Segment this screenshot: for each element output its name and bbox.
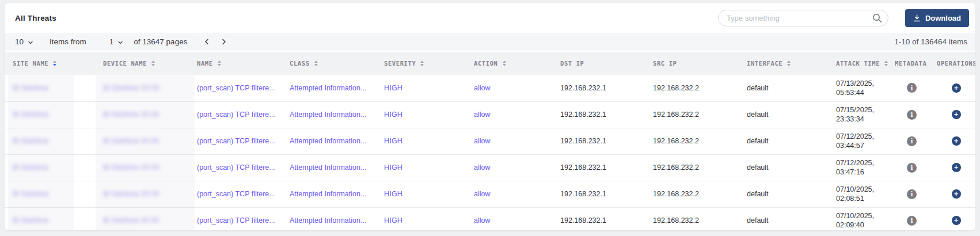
severity-cell: HIGH [376, 154, 466, 181]
info-circle-icon[interactable]: i [907, 163, 917, 173]
page-size-select[interactable]: 10 [15, 37, 33, 46]
threat-name-link[interactable]: (port_scan) TCP filtere... [197, 111, 275, 119]
threat-class-link[interactable]: Attempted Information... [290, 111, 366, 119]
info-circle-icon[interactable]: i [907, 136, 917, 146]
threat-name-link[interactable]: (port_scan) TCP filtere... [197, 190, 275, 198]
column-header-device-name[interactable]: DEVICE NAME [95, 52, 189, 75]
severity-badge: HIGH [384, 190, 402, 198]
threat-class-link[interactable]: Attempted Information... [290, 84, 366, 92]
sort-arrows-icon [787, 60, 791, 66]
threat-class-link[interactable]: Attempted Information... [290, 137, 366, 145]
chevron-right-icon [221, 38, 227, 45]
plus-circle-icon[interactable]: + [952, 83, 961, 93]
column-header-site-name[interactable]: SITE NAME [5, 52, 95, 75]
src-ip-cell: 192.168.232.2 [645, 75, 739, 101]
items-from-label: Items from [50, 37, 86, 46]
info-circle-icon[interactable]: i [907, 83, 917, 93]
site-name-blurred-text: Bl SiteNme [13, 190, 49, 198]
severity-badge: HIGH [384, 216, 402, 224]
site-name-cell: Bl SiteNme [5, 181, 95, 207]
page-number-select[interactable]: 1 [109, 37, 124, 46]
dst-ip-cell: 192.168.232.1 [552, 207, 645, 230]
action-value: allow [474, 84, 491, 92]
column-label-class: CLASS [290, 60, 310, 67]
sort-arrows-icon [53, 60, 56, 66]
dst-ip-cell: 192.168.232.1 [552, 128, 645, 154]
site-name-blurred-text: Bl SiteNme [13, 216, 49, 224]
column-header-src-ip: SRC IP [645, 52, 739, 75]
column-header-attack-time[interactable]: ATTACK TIME [828, 52, 887, 75]
info-circle-icon[interactable]: i [907, 189, 917, 199]
severity-cell: HIGH [376, 128, 466, 154]
device-name-blurred-text: Bl SiteNme 00 00 [103, 137, 159, 145]
column-label-src-ip: SRC IP [653, 60, 677, 67]
interface-cell: default [739, 154, 828, 181]
threat-name-link[interactable]: (port_scan) TCP filtere... [197, 84, 275, 92]
column-header-name[interactable]: NAME [189, 52, 282, 75]
operations-cell: + [929, 154, 975, 181]
search-icon[interactable] [872, 13, 882, 23]
column-label-action: ACTION [474, 60, 498, 67]
interface-cell: default [739, 128, 828, 154]
prev-page-button[interactable] [202, 37, 211, 47]
device-name-blurred-text: Bl SiteNme 00 00 [103, 216, 159, 224]
action-cell: allow [466, 181, 552, 207]
column-header-operations: OPERATIONS [929, 52, 975, 75]
header-actions: Download [718, 9, 969, 27]
severity-badge: HIGH [384, 137, 402, 145]
site-name-cell: Bl SiteNme [5, 207, 95, 230]
column-header-action[interactable]: ACTION [466, 52, 552, 75]
attack-time-cell: 07/12/2025, 03:47:16 [828, 154, 887, 181]
device-name-cell: Bl SiteNme 00 00 [95, 154, 189, 181]
threat-class-link[interactable]: Attempted Information... [290, 163, 366, 172]
table-row: Bl SiteNmeBl SiteNme 00 00(port_scan) TC… [5, 154, 975, 181]
plus-circle-icon[interactable]: + [952, 110, 961, 119]
chevron-down-icon [117, 40, 123, 45]
attack-time-cell: 07/15/2025, 23:33:34 [828, 101, 887, 128]
site-name-blurred-text: Bl SiteNme [13, 84, 49, 92]
threat-class-link[interactable]: Attempted Information... [290, 190, 366, 198]
plus-circle-icon[interactable]: + [952, 189, 961, 199]
column-label-site-name: SITE NAME [13, 60, 48, 67]
action-cell: allow [466, 154, 552, 181]
column-label-name: NAME [197, 60, 213, 67]
plus-circle-icon[interactable]: + [952, 136, 961, 146]
severity-cell: HIGH [376, 207, 466, 230]
interface-cell: default [739, 101, 828, 128]
search-input[interactable] [718, 10, 888, 26]
device-name-blurred-text: Bl SiteNme 00 00 [103, 163, 159, 172]
threat-name-link[interactable]: (port_scan) TCP filtere... [197, 216, 275, 224]
info-circle-icon[interactable]: i [907, 216, 917, 226]
action-cell: allow [466, 128, 552, 154]
severity-badge: HIGH [384, 111, 402, 119]
info-circle-icon[interactable]: i [907, 110, 917, 120]
device-name-cell: Bl SiteNme 00 00 [95, 207, 189, 230]
plus-circle-icon[interactable]: + [952, 163, 961, 172]
column-label-device-name: DEVICE NAME [103, 60, 147, 67]
pagination-bar: 10 Items from 1 of 13647 pages [5, 33, 975, 51]
threat-class-link[interactable]: Attempted Information... [290, 216, 366, 224]
table-row: Bl SiteNmeBl SiteNme 00 00(port_scan) TC… [5, 207, 975, 230]
device-name-cell: Bl SiteNme 00 00 [95, 128, 189, 154]
plus-circle-icon[interactable]: + [952, 216, 961, 225]
sort-arrows-icon [218, 60, 221, 66]
threat-name-link[interactable]: (port_scan) TCP filtere... [197, 137, 275, 145]
table-row: Bl SiteNmeBl SiteNme 00 00(port_scan) TC… [5, 101, 975, 128]
column-label-dst-ip: DST IP [560, 60, 584, 67]
metadata-cell: i [887, 154, 929, 181]
column-header-interface[interactable]: INTERFACE [739, 52, 828, 75]
src-ip-cell: 192.168.232.2 [645, 181, 739, 207]
next-page-button[interactable] [219, 37, 229, 47]
action-cell: allow [466, 75, 552, 101]
operations-cell: + [929, 101, 975, 128]
threat-name-link[interactable]: (port_scan) TCP filtere... [197, 163, 275, 172]
chevron-down-icon [28, 40, 33, 45]
src-ip-cell: 192.168.232.2 [645, 128, 739, 154]
sort-arrows-icon [314, 60, 318, 66]
table-row: Bl SiteNmeBl SiteNme 00 00(port_scan) TC… [5, 75, 975, 101]
action-cell: allow [466, 207, 552, 230]
page-size-value: 10 [15, 37, 24, 46]
column-header-class[interactable]: CLASS [282, 52, 376, 75]
download-button[interactable]: Download [905, 9, 969, 27]
column-header-severity[interactable]: SEVERITY [376, 52, 466, 75]
